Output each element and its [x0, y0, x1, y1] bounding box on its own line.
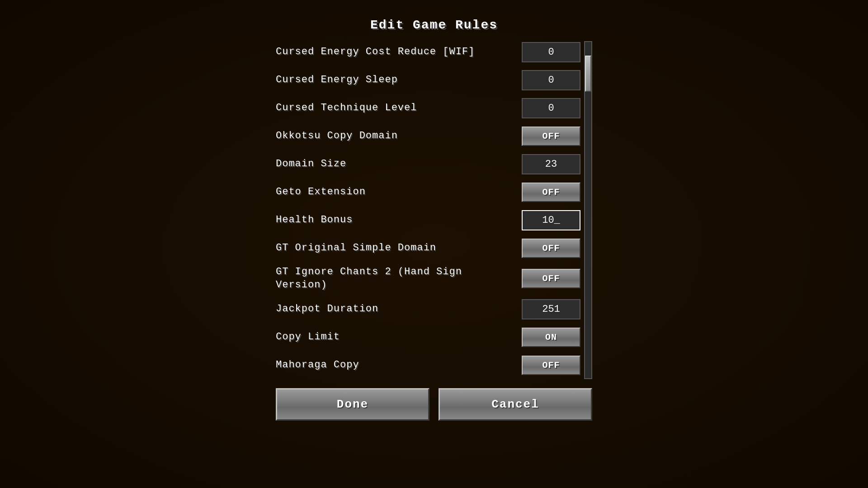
rule-row-domain-size: Domain Size	[276, 150, 580, 178]
rule-label-cursed-energy-cost-reduce: Cursed Energy Cost Reduce [WIF]	[276, 46, 522, 59]
rules-list: Cursed Energy Cost Reduce [WIF]Cursed En…	[276, 41, 580, 379]
scrollbar-track[interactable]	[584, 41, 592, 379]
rule-row-cursed-technique-level: Cursed Technique Level	[276, 94, 580, 122]
rule-label-copy-limit: Copy Limit	[276, 331, 522, 344]
rule-row-gt-ignore-chants-2: GT Ignore Chants 2 (Hand Sign Version)OF…	[276, 262, 580, 295]
rule-row-copy-limit: Copy LimitON	[276, 323, 580, 351]
rule-label-mahoraga-copy: Mahoraga Copy	[276, 359, 522, 372]
main-container: Cursed Energy Cost Reduce [WIF]Cursed En…	[276, 41, 592, 434]
bottom-buttons: Done Cancel	[276, 379, 592, 434]
rule-input-jackpot-duration[interactable]	[522, 299, 580, 319]
rule-row-cursed-energy-sleep: Cursed Energy Sleep	[276, 66, 580, 94]
rule-row-gt-original-simple-domain: GT Original Simple DomainOFF	[276, 234, 580, 262]
rule-input-cursed-energy-cost-reduce[interactable]	[522, 42, 580, 62]
rule-input-cursed-energy-sleep[interactable]	[522, 70, 580, 90]
rule-row-health-bonus: Health Bonus	[276, 206, 580, 234]
cancel-button[interactable]: Cancel	[439, 388, 592, 421]
rule-button-mahoraga-copy[interactable]: OFF	[522, 356, 580, 375]
page-title: Edit Game Rules	[370, 18, 498, 32]
rule-label-okkotsu-copy-domain: Okkotsu Copy Domain	[276, 130, 522, 143]
rule-label-cursed-technique-level: Cursed Technique Level	[276, 102, 522, 115]
rule-label-gt-original-simple-domain: GT Original Simple Domain	[276, 242, 522, 255]
scroll-area[interactable]: Cursed Energy Cost Reduce [WIF]Cursed En…	[276, 41, 592, 379]
rule-row-okkotsu-copy-domain: Okkotsu Copy DomainOFF	[276, 122, 580, 150]
rule-input-domain-size[interactable]	[522, 154, 580, 174]
rule-label-geto-extension: Geto Extension	[276, 186, 522, 199]
rule-label-gt-ignore-chants-2: GT Ignore Chants 2 (Hand Sign Version)	[276, 266, 522, 291]
rule-label-health-bonus: Health Bonus	[276, 214, 522, 227]
rule-label-cursed-energy-sleep: Cursed Energy Sleep	[276, 74, 522, 87]
done-button[interactable]: Done	[276, 388, 429, 421]
rule-button-gt-ignore-chants-2[interactable]: OFF	[522, 269, 580, 288]
rule-row-cursed-energy-cost-reduce: Cursed Energy Cost Reduce [WIF]	[276, 41, 580, 66]
rule-button-gt-original-simple-domain[interactable]: OFF	[522, 239, 580, 258]
rule-button-geto-extension[interactable]: OFF	[522, 183, 580, 202]
rule-label-jackpot-duration: Jackpot Duration	[276, 303, 522, 316]
rule-row-mahoraga-copy: Mahoraga CopyOFF	[276, 351, 580, 379]
rule-button-okkotsu-copy-domain[interactable]: OFF	[522, 127, 580, 146]
rule-button-copy-limit[interactable]: ON	[522, 328, 580, 347]
scrollbar-thumb[interactable]	[585, 56, 591, 92]
rule-row-jackpot-duration: Jackpot Duration	[276, 295, 580, 323]
rule-input-health-bonus[interactable]	[522, 210, 580, 230]
rule-label-domain-size: Domain Size	[276, 158, 522, 171]
rule-input-cursed-technique-level[interactable]	[522, 98, 580, 118]
rule-row-geto-extension: Geto ExtensionOFF	[276, 178, 580, 206]
